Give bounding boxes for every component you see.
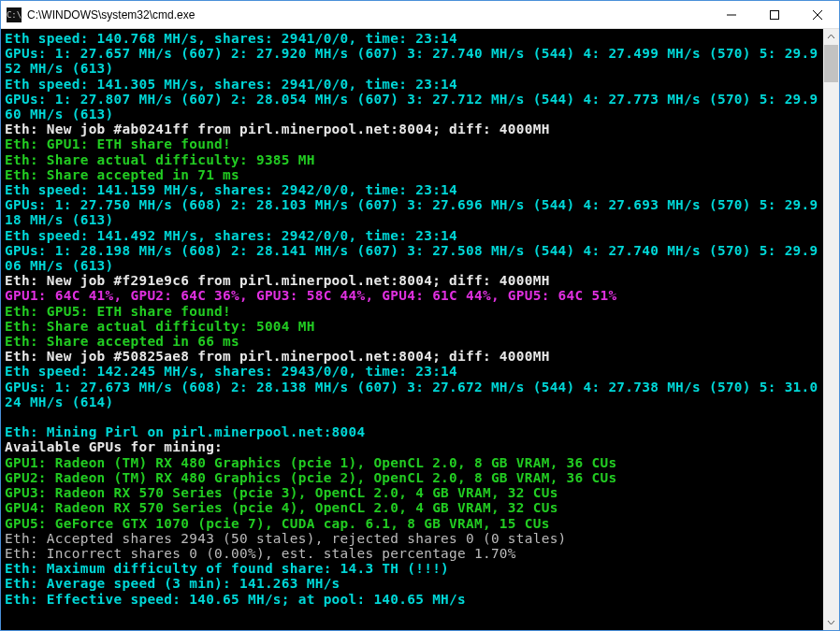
scrollbar-track[interactable]: [823, 45, 839, 614]
svg-rect-1: [771, 10, 779, 19]
scroll-up-button[interactable]: [823, 29, 839, 45]
terminal-line: Eth: GPU5: ETH share found!: [5, 304, 231, 319]
titlebar[interactable]: C:\ C:\WINDOWS\system32\cmd.exe: [1, 1, 839, 29]
terminal-line: Eth: Accepted shares 2943 (50 stales), r…: [5, 531, 567, 546]
terminal-line: GPUs: 1: 27.673 MH/s (608) 2: 28.138 MH/…: [5, 380, 818, 409]
app-icon: C:\: [7, 7, 22, 22]
terminal-line: Eth: New job #f291e9c6 from pirl.minerpo…: [5, 273, 550, 288]
terminal-line: Eth: New job #50825ae8 from pirl.minerpo…: [5, 349, 550, 364]
terminal-line: Eth: New job #ab0241ff from pirl.minerpo…: [5, 122, 550, 136]
terminal-line: [5, 409, 13, 424]
terminal-line: Eth: Share actual difficulty: 5004 MH: [5, 319, 315, 334]
cmd-window: C:\ C:\WINDOWS\system32\cmd.exe Eth spee…: [0, 0, 840, 631]
scrollbar-thumb[interactable]: [824, 45, 838, 82]
scroll-down-button[interactable]: [823, 614, 839, 630]
terminal-line: Eth: Maximum difficulty of found share: …: [5, 561, 449, 576]
terminal-line: GPUs: 1: 27.807 MH/s (607) 2: 28.054 MH/…: [5, 92, 818, 122]
close-icon: [813, 10, 822, 20]
terminal-line: Eth: Average speed (3 min): 141.263 MH/s: [5, 576, 340, 591]
maximize-button[interactable]: [753, 1, 796, 28]
terminal-line: GPUs: 1: 27.657 MH/s (607) 2: 27.920 MH/…: [5, 46, 818, 76]
terminal-line: GPUs: 1: 27.750 MH/s (608) 2: 28.103 MH/…: [5, 197, 818, 227]
terminal-line: Eth speed: 142.245 MH/s, shares: 2943/0/…: [5, 364, 457, 379]
terminal-line: Eth speed: 141.159 MH/s, shares: 2942/0/…: [5, 182, 457, 197]
vertical-scrollbar[interactable]: [823, 29, 839, 630]
terminal-line: GPU4: Radeon RX 570 Series (pcie 4), Ope…: [5, 500, 558, 515]
terminal-line: Eth speed: 141.305 MH/s, shares: 2941/0/…: [5, 77, 457, 92]
terminal-line: GPU1: Radeon (TM) RX 480 Graphics (pcie …: [5, 455, 616, 470]
terminal-line: Eth: GPU1: ETH share found!: [5, 136, 231, 151]
terminal-line: Eth: Share accepted in 71 ms: [5, 167, 239, 182]
terminal-line: GPUs: 1: 28.198 MH/s (608) 2: 28.141 MH/…: [5, 243, 818, 273]
minimize-icon: [727, 10, 736, 20]
terminal-line: Eth: Mining Pirl on pirl.minerpool.net:8…: [5, 424, 365, 439]
terminal-line: GPU5: GeForce GTX 1070 (pcie 7), CUDA ca…: [5, 516, 550, 531]
window-controls: [710, 1, 839, 28]
minimize-button[interactable]: [710, 1, 753, 28]
terminal-line: Eth: Share accepted in 66 ms: [5, 334, 239, 349]
close-button[interactable]: [796, 1, 839, 28]
terminal-line: GPU1: 64C 41%, GPU2: 64C 36%, GPU3: 58C …: [5, 288, 616, 303]
terminal-line: Eth: Effective speed: 140.65 MH/s; at po…: [5, 592, 466, 607]
terminal-line: GPU3: Radeon RX 570 Series (pcie 3), Ope…: [5, 485, 558, 500]
terminal-line: GPU2: Radeon (TM) RX 480 Graphics (pcie …: [5, 470, 616, 485]
chevron-up-icon: [827, 33, 835, 41]
terminal-line: Available GPUs for mining:: [5, 439, 223, 454]
window-title: C:\WINDOWS\system32\cmd.exe: [27, 8, 710, 22]
maximize-icon: [770, 10, 779, 20]
terminal-line: Eth speed: 140.768 MH/s, shares: 2941/0/…: [5, 31, 457, 46]
client-area: Eth speed: 140.768 MH/s, shares: 2941/0/…: [1, 29, 839, 630]
terminal-output[interactable]: Eth speed: 140.768 MH/s, shares: 2941/0/…: [1, 29, 823, 630]
terminal-line: Eth speed: 141.492 MH/s, shares: 2942/0/…: [5, 228, 457, 243]
chevron-down-icon: [827, 618, 835, 626]
terminal-line: Eth: Incorrect shares 0 (0.00%), est. st…: [5, 546, 516, 561]
terminal-line: Eth: Share actual difficulty: 9385 MH: [5, 152, 315, 167]
